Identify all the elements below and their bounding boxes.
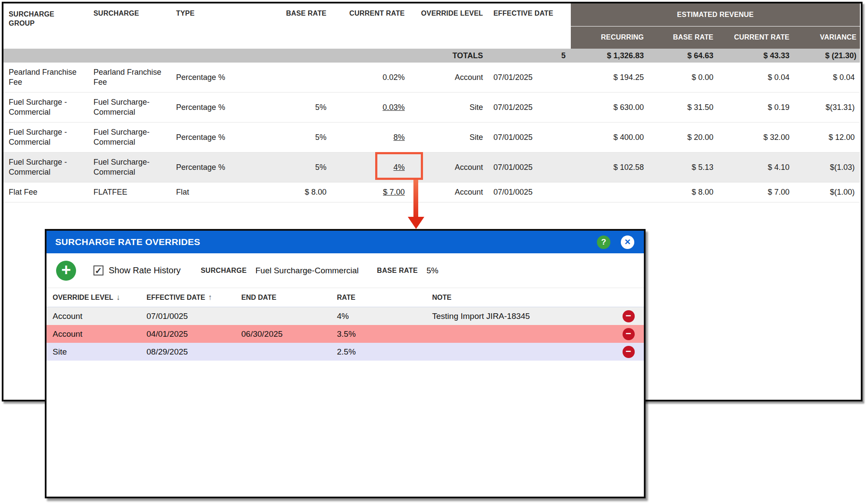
grid-col-note[interactable]: NOTE — [426, 294, 613, 302]
delete-override-button[interactable]: − — [623, 310, 635, 322]
cell-type: Percentage % — [171, 153, 273, 182]
show-rate-history-checkbox[interactable]: ✓ — [93, 265, 103, 275]
cell-recurring — [571, 182, 649, 202]
delete-override-button[interactable]: − — [623, 346, 635, 358]
cell-type: Percentage % — [171, 63, 273, 93]
cell-current-rate: 8% — [332, 123, 410, 153]
cell-surcharge: Fuel Surcharge-Commercial — [88, 93, 171, 123]
add-override-button[interactable]: + — [56, 261, 76, 281]
base-rate-field-value: 5% — [426, 266, 438, 275]
cell-rate: 2.5% — [331, 347, 426, 357]
cell-base-rate: 5% — [273, 123, 332, 153]
grid-col-override-level-label: OVERRIDE LEVEL — [53, 294, 113, 302]
cell-type: Percentage % — [171, 123, 273, 153]
overrides-grid-header: OVERRIDE LEVEL ↓ EFFECTIVE DATE ↑ END DA… — [47, 288, 644, 307]
totals-spacer — [3, 49, 410, 63]
col-header-rev-base-rate: BASE RATE — [649, 26, 719, 49]
current-rate-link[interactable]: 8% — [393, 133, 405, 142]
surcharge-row: Fuel Surcharge - Commercial Fuel Surchar… — [3, 123, 860, 153]
plus-icon: + — [61, 262, 71, 278]
col-header-type: TYPE — [171, 3, 273, 49]
cell-recurring: $ 102.58 — [571, 153, 649, 182]
dialog-title-bar: SURCHARGE RATE OVERRIDES ? ✕ — [47, 231, 644, 253]
cell-effective-date: 08/29/2025 — [140, 347, 235, 357]
cell-rev-current-rate: $ 0.19 — [719, 93, 795, 123]
grid-col-rate-label: RATE — [337, 294, 355, 302]
totals-variance: $ (21.30) — [795, 49, 860, 63]
override-row-future: Site 08/29/2025 2.5% − — [47, 343, 644, 361]
cell-variance: $(31.31) — [795, 93, 860, 123]
cell-surcharge: FLATFEE — [88, 182, 171, 202]
minus-icon: − — [626, 347, 631, 356]
cell-current-rate: 0.03% — [332, 93, 410, 123]
sort-asc-icon: ↑ — [208, 293, 212, 302]
col-header-surcharge-group-label: SURCHARGE GROUP — [9, 10, 57, 28]
cell-effective-date: 07/01/0025 — [140, 312, 235, 321]
cell-override-level: Account — [47, 329, 140, 339]
cell-note: Testing Import JIRA-18345 — [426, 312, 613, 321]
cell-variance: $ 12.00 — [795, 123, 860, 153]
surcharge-row-annotated: Fuel Surcharge - Commercial Fuel Surchar… — [3, 153, 860, 182]
annotation-arrow-line — [413, 180, 418, 218]
col-header-override-level: OVERRIDE LEVEL — [410, 3, 488, 49]
surcharge-row: Fuel Surcharge - Commercial Fuel Surchar… — [3, 93, 860, 123]
current-rate-link[interactable]: $ 7.00 — [383, 188, 405, 196]
grid-col-override-level[interactable]: OVERRIDE LEVEL ↓ — [47, 293, 140, 302]
cell-surcharge-group: Pearland Franchise Fee — [3, 63, 88, 93]
minus-icon: − — [626, 311, 631, 321]
cell-surcharge: Fuel Surcharge-Commercial — [88, 123, 171, 153]
cell-override-level: Account — [47, 312, 140, 321]
cell-surcharge-group: Fuel Surcharge - Commercial — [3, 93, 88, 123]
delete-override-button[interactable]: − — [623, 328, 635, 340]
cell-effective-date: 07/01/0025 — [488, 153, 571, 182]
col-header-recurring: RECURRING — [571, 26, 649, 49]
cell-effective-date: 07/01/0025 — [488, 123, 571, 153]
grid-col-end-date[interactable]: END DATE — [235, 294, 331, 302]
dialog-title: SURCHARGE RATE OVERRIDES — [55, 237, 597, 247]
close-icon[interactable]: ✕ — [621, 235, 634, 249]
override-row: Account 07/01/0025 4% Testing Import JIR… — [47, 307, 644, 325]
override-row-expired: Account 04/01/2025 06/30/2025 3.5% − — [47, 325, 644, 343]
cell-surcharge: Pearland Franchise Fee — [88, 63, 171, 93]
cell-end-date: 06/30/2025 — [235, 329, 331, 339]
col-header-current-rate: CURRENT RATE — [332, 3, 410, 49]
cell-effective-date: 04/01/2025 — [140, 329, 235, 339]
cell-variance: $(1.00) — [795, 182, 860, 202]
grid-col-effective-date-label: EFFECTIVE DATE — [147, 294, 205, 302]
col-header-variance: VARIANCE — [795, 26, 860, 49]
cell-actions: − — [613, 310, 644, 322]
dialog-toolbar: + ✓ Show Rate History SURCHARGE Fuel Sur… — [47, 253, 644, 288]
cell-variance: $ 0.04 — [795, 63, 860, 93]
show-rate-history-label: Show Rate History — [109, 265, 181, 275]
surcharge-row: Pearland Franchise Fee Pearland Franchis… — [3, 63, 860, 93]
cell-actions: − — [613, 346, 644, 358]
totals-base-rate: $ 64.63 — [649, 49, 719, 63]
cell-rev-current-rate: $ 7.00 — [719, 182, 795, 202]
col-header-base-rate: BASE RATE — [273, 3, 332, 49]
col-group-header-estimated-revenue: ESTIMATED REVENUE — [571, 3, 860, 26]
cell-recurring: $ 194.25 — [571, 63, 649, 93]
grid-col-end-date-label: END DATE — [241, 294, 276, 302]
current-rate-link[interactable]: 0.03% — [383, 103, 405, 112]
cell-rate: 3.5% — [331, 329, 426, 339]
cell-type: Percentage % — [171, 93, 273, 123]
col-header-surcharge-group: SURCHARGE GROUP — [3, 3, 88, 49]
cell-effective-date: 07/01/0025 — [488, 182, 571, 202]
cell-base-rate: $ 8.00 — [273, 182, 332, 202]
help-icon[interactable]: ? — [597, 235, 610, 249]
cell-rev-base-rate: $ 8.00 — [649, 182, 719, 202]
cell-base-rate — [273, 63, 332, 93]
grid-col-effective-date[interactable]: EFFECTIVE DATE ↑ — [140, 293, 235, 302]
surcharge-field-label: SURCHARGE — [201, 267, 247, 275]
minus-icon: − — [626, 329, 631, 338]
surcharge-row: Flat Fee FLATFEE Flat $ 8.00 $ 7.00 Acco… — [3, 182, 860, 202]
surcharge-rate-overrides-dialog: SURCHARGE RATE OVERRIDES ? ✕ + ✓ Show Ra… — [45, 229, 646, 498]
cell-rev-base-rate: $ 5.13 — [649, 153, 719, 182]
cell-effective-date: 07/01/2025 — [488, 93, 571, 123]
cell-surcharge: Fuel Surcharge-Commercial — [88, 153, 171, 182]
annotation-highlight-box — [375, 152, 423, 180]
totals-label: TOTALS — [410, 49, 488, 63]
grid-col-rate[interactable]: RATE — [331, 294, 426, 302]
cell-current-rate: 0.02% — [332, 63, 410, 93]
checkmark-icon: ✓ — [95, 265, 102, 276]
